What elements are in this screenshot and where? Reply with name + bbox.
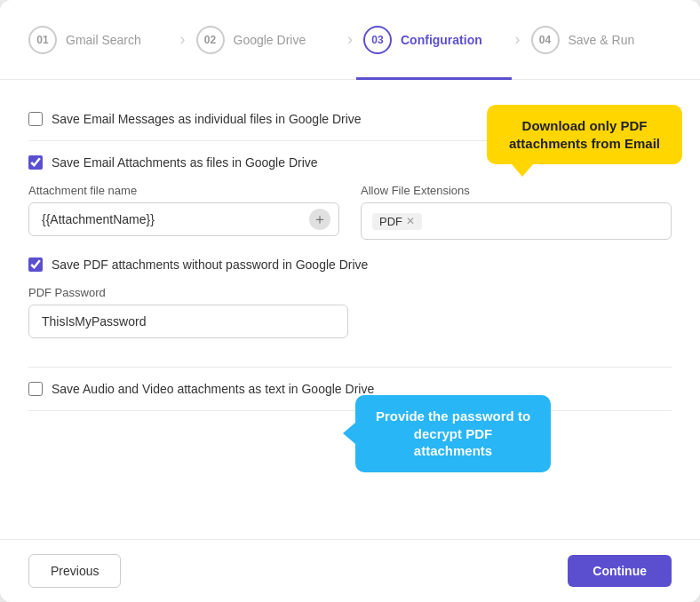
- pdf-tag-text: PDF: [379, 215, 402, 228]
- divider-3: [28, 410, 672, 411]
- stepper: 01 Gmail Search › 02 Google Drive › 03 C…: [0, 0, 700, 80]
- continue-button[interactable]: Continue: [568, 555, 672, 587]
- pdf-password-section: PDF Password Provide the password to dec…: [28, 286, 672, 338]
- app-container: 01 Gmail Search › 02 Google Drive › 03 C…: [0, 0, 700, 602]
- step-3-circle: 03: [363, 26, 392, 54]
- step-3[interactable]: 03 Configuration: [356, 0, 512, 80]
- pdf-password-input[interactable]: [28, 305, 348, 338]
- save-audio-video-label[interactable]: Save Audio and Video attachments as text…: [52, 382, 374, 396]
- attachment-fields-row: Attachment file name ＋ Allow File Extens…: [28, 184, 672, 240]
- attachment-add-button[interactable]: ＋: [309, 209, 330, 230]
- save-email-attachments-checkbox[interactable]: [28, 155, 43, 170]
- pdf-tag-close[interactable]: ✕: [406, 216, 415, 226]
- step-connector-1: ›: [180, 30, 186, 49]
- attachment-filename-input[interactable]: [28, 202, 339, 236]
- step-1-circle: 01: [28, 26, 57, 54]
- pdf-tag: PDF ✕: [372, 213, 422, 230]
- step-2-circle: 02: [196, 26, 225, 54]
- pdf-password-tooltip-blue: Provide the password to decrypt PDF atta…: [355, 395, 551, 472]
- step-4[interactable]: 04 Save & Run: [524, 0, 680, 80]
- save-email-messages-label[interactable]: Save Email Messages as individual files …: [52, 112, 362, 126]
- allow-extensions-label: Allow File Extensions: [361, 184, 672, 197]
- attachment-filename-label: Attachment file name: [28, 184, 339, 197]
- pdf-password-label: PDF Password: [28, 286, 672, 299]
- save-pdf-attachments-label[interactable]: Save PDF attachments without password in…: [52, 257, 368, 272]
- footer: Previous Continue: [0, 539, 700, 602]
- file-extensions-tag-input[interactable]: PDF ✕: [361, 202, 672, 240]
- divider-2: [28, 367, 672, 368]
- attachment-filename-input-wrapper: ＋: [28, 202, 339, 236]
- main-content: Download only PDF attachments from Email…: [0, 80, 700, 539]
- save-email-messages-checkbox[interactable]: [28, 112, 43, 126]
- step-4-label: Save & Run: [569, 33, 635, 47]
- step-connector-3: ›: [515, 30, 521, 49]
- save-audio-video-checkbox[interactable]: [28, 382, 43, 396]
- pdf-password-input-wrapper: [28, 305, 348, 338]
- save-pdf-attachments-checkbox[interactable]: [28, 257, 43, 272]
- step-1-label: Gmail Search: [66, 33, 141, 47]
- step-2-label: Google Drive: [234, 33, 306, 47]
- pdf-tooltip-yellow: Download only PDF attachments from Email: [487, 105, 682, 164]
- step-3-label: Configuration: [401, 33, 482, 47]
- step-connector-2: ›: [347, 30, 353, 49]
- allow-extensions-group: Allow File Extensions PDF ✕: [361, 184, 672, 240]
- previous-button[interactable]: Previous: [28, 554, 121, 588]
- step-1[interactable]: 01 Gmail Search: [21, 0, 177, 80]
- save-pdf-attachments-row: Save PDF attachments without password in…: [28, 257, 672, 272]
- save-audio-video-row: Save Audio and Video attachments as text…: [28, 382, 672, 396]
- step-4-circle: 04: [531, 26, 560, 54]
- save-email-attachments-label[interactable]: Save Email Attachments as files in Googl…: [52, 155, 318, 170]
- step-2[interactable]: 02 Google Drive: [189, 0, 345, 80]
- attachment-filename-group: Attachment file name ＋: [28, 184, 339, 240]
